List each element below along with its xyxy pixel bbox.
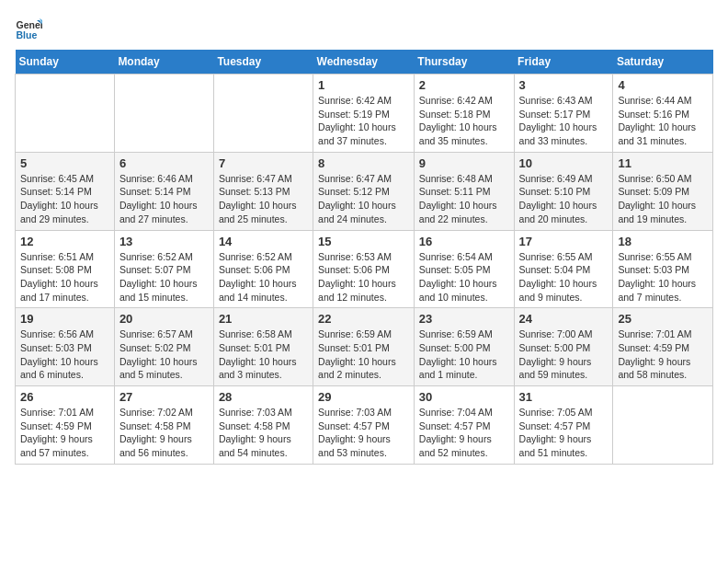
day-number: 28 — [219, 390, 308, 404]
day-info: Sunrise: 6:53 AM Sunset: 5:06 PM Dayligh… — [318, 250, 409, 304]
day-cell: 14Sunrise: 6:52 AM Sunset: 5:06 PM Dayli… — [213, 230, 313, 308]
page-header: General Blue — [15, 15, 713, 42]
day-number: 21 — [219, 312, 308, 326]
day-cell: 19Sunrise: 6:56 AM Sunset: 5:03 PM Dayli… — [16, 308, 115, 386]
day-cell: 31Sunrise: 7:05 AM Sunset: 4:57 PM Dayli… — [514, 386, 613, 465]
day-cell: 8Sunrise: 6:47 AM Sunset: 5:12 PM Daylig… — [313, 152, 415, 230]
day-info: Sunrise: 6:59 AM Sunset: 5:00 PM Dayligh… — [419, 327, 509, 382]
day-info: Sunrise: 6:48 AM Sunset: 5:11 PM Dayligh… — [419, 172, 509, 226]
day-cell: 4Sunrise: 6:44 AM Sunset: 5:16 PM Daylig… — [613, 75, 713, 153]
day-info: Sunrise: 6:47 AM Sunset: 5:12 PM Dayligh… — [318, 172, 409, 226]
day-number: 25 — [618, 312, 708, 326]
day-number: 26 — [20, 390, 109, 404]
day-cell: 1Sunrise: 6:42 AM Sunset: 5:19 PM Daylig… — [313, 75, 415, 153]
day-number: 13 — [119, 235, 209, 248]
day-number: 20 — [119, 312, 209, 326]
day-number: 19 — [20, 312, 109, 326]
day-number: 29 — [318, 390, 409, 404]
day-info: Sunrise: 6:50 AM Sunset: 5:09 PM Dayligh… — [618, 172, 708, 226]
day-cell: 26Sunrise: 7:01 AM Sunset: 4:59 PM Dayli… — [16, 386, 115, 465]
day-cell: 16Sunrise: 6:54 AM Sunset: 5:05 PM Dayli… — [414, 230, 514, 308]
day-info: Sunrise: 6:51 AM Sunset: 5:08 PM Dayligh… — [20, 250, 109, 304]
weekday-header-saturday: Saturday — [613, 50, 713, 75]
day-number: 5 — [20, 156, 109, 170]
svg-text:Blue: Blue — [17, 29, 38, 40]
day-info: Sunrise: 6:57 AM Sunset: 5:02 PM Dayligh… — [119, 327, 209, 382]
day-number: 31 — [519, 390, 609, 404]
day-cell: 13Sunrise: 6:52 AM Sunset: 5:07 PM Dayli… — [114, 230, 213, 308]
day-number: 12 — [20, 235, 109, 248]
day-info: Sunrise: 6:44 AM Sunset: 5:16 PM Dayligh… — [618, 94, 708, 148]
day-number: 27 — [119, 390, 209, 404]
day-cell: 7Sunrise: 6:47 AM Sunset: 5:13 PM Daylig… — [213, 152, 313, 230]
day-number: 9 — [419, 156, 509, 170]
day-cell — [613, 386, 713, 465]
day-number: 4 — [618, 78, 708, 92]
day-cell: 25Sunrise: 7:01 AM Sunset: 4:59 PM Dayli… — [613, 308, 713, 386]
day-info: Sunrise: 7:02 AM Sunset: 4:58 PM Dayligh… — [119, 406, 209, 460]
day-info: Sunrise: 7:03 AM Sunset: 4:57 PM Dayligh… — [318, 406, 409, 460]
day-info: Sunrise: 6:55 AM Sunset: 5:04 PM Dayligh… — [519, 250, 609, 304]
day-cell — [114, 75, 213, 153]
day-info: Sunrise: 6:46 AM Sunset: 5:14 PM Dayligh… — [119, 172, 209, 226]
day-number: 18 — [618, 235, 708, 248]
day-info: Sunrise: 6:56 AM Sunset: 5:03 PM Dayligh… — [20, 327, 109, 382]
day-cell: 2Sunrise: 6:42 AM Sunset: 5:18 PM Daylig… — [414, 75, 514, 153]
day-info: Sunrise: 7:04 AM Sunset: 4:57 PM Dayligh… — [419, 406, 509, 460]
day-number: 6 — [119, 156, 209, 170]
day-cell: 28Sunrise: 7:03 AM Sunset: 4:58 PM Dayli… — [213, 386, 313, 465]
day-info: Sunrise: 6:58 AM Sunset: 5:01 PM Dayligh… — [219, 327, 308, 382]
weekday-header-tuesday: Tuesday — [213, 50, 313, 75]
weekday-header-friday: Friday — [514, 50, 613, 75]
week-row-2: 5Sunrise: 6:45 AM Sunset: 5:14 PM Daylig… — [16, 152, 713, 230]
day-cell: 11Sunrise: 6:50 AM Sunset: 5:09 PM Dayli… — [613, 152, 713, 230]
day-cell: 24Sunrise: 7:00 AM Sunset: 5:00 PM Dayli… — [514, 308, 613, 386]
week-row-3: 12Sunrise: 6:51 AM Sunset: 5:08 PM Dayli… — [16, 230, 713, 308]
day-info: Sunrise: 6:42 AM Sunset: 5:19 PM Dayligh… — [318, 94, 409, 148]
day-info: Sunrise: 6:52 AM Sunset: 5:07 PM Dayligh… — [119, 250, 209, 304]
day-info: Sunrise: 7:01 AM Sunset: 4:59 PM Dayligh… — [618, 327, 708, 382]
day-number: 3 — [519, 78, 609, 92]
day-info: Sunrise: 6:59 AM Sunset: 5:01 PM Dayligh… — [318, 327, 409, 382]
day-info: Sunrise: 7:01 AM Sunset: 4:59 PM Dayligh… — [20, 406, 109, 460]
day-info: Sunrise: 6:42 AM Sunset: 5:18 PM Dayligh… — [419, 94, 509, 148]
day-number: 24 — [519, 312, 609, 326]
week-row-5: 26Sunrise: 7:01 AM Sunset: 4:59 PM Dayli… — [16, 386, 713, 465]
day-info: Sunrise: 7:05 AM Sunset: 4:57 PM Dayligh… — [519, 406, 609, 460]
day-cell: 6Sunrise: 6:46 AM Sunset: 5:14 PM Daylig… — [114, 152, 213, 230]
day-info: Sunrise: 6:47 AM Sunset: 5:13 PM Dayligh… — [219, 172, 308, 226]
weekday-header-monday: Monday — [114, 50, 213, 75]
logo-icon: General Blue — [15, 15, 42, 42]
calendar-table: SundayMondayTuesdayWednesdayThursdayFrid… — [15, 50, 713, 465]
weekday-header-sunday: Sunday — [16, 50, 115, 75]
day-number: 17 — [519, 235, 609, 248]
day-cell: 9Sunrise: 6:48 AM Sunset: 5:11 PM Daylig… — [414, 152, 514, 230]
logo: General Blue — [15, 15, 42, 42]
day-cell: 17Sunrise: 6:55 AM Sunset: 5:04 PM Dayli… — [514, 230, 613, 308]
day-number: 23 — [419, 312, 509, 326]
day-info: Sunrise: 7:00 AM Sunset: 5:00 PM Dayligh… — [519, 327, 609, 382]
day-cell — [16, 75, 115, 153]
weekday-header-thursday: Thursday — [414, 50, 514, 75]
day-info: Sunrise: 7:03 AM Sunset: 4:58 PM Dayligh… — [219, 406, 308, 460]
weekday-header-row: SundayMondayTuesdayWednesdayThursdayFrid… — [16, 50, 713, 75]
day-info: Sunrise: 6:49 AM Sunset: 5:10 PM Dayligh… — [519, 172, 609, 226]
weekday-header-wednesday: Wednesday — [313, 50, 415, 75]
week-row-1: 1Sunrise: 6:42 AM Sunset: 5:19 PM Daylig… — [16, 75, 713, 153]
day-info: Sunrise: 6:54 AM Sunset: 5:05 PM Dayligh… — [419, 250, 509, 304]
day-number: 22 — [318, 312, 409, 326]
day-cell: 29Sunrise: 7:03 AM Sunset: 4:57 PM Dayli… — [313, 386, 415, 465]
day-info: Sunrise: 6:55 AM Sunset: 5:03 PM Dayligh… — [618, 250, 708, 304]
day-cell: 30Sunrise: 7:04 AM Sunset: 4:57 PM Dayli… — [414, 386, 514, 465]
day-number: 2 — [419, 78, 509, 92]
day-number: 30 — [419, 390, 509, 404]
day-cell: 5Sunrise: 6:45 AM Sunset: 5:14 PM Daylig… — [16, 152, 115, 230]
day-cell: 22Sunrise: 6:59 AM Sunset: 5:01 PM Dayli… — [313, 308, 415, 386]
day-number: 7 — [219, 156, 308, 170]
day-cell: 21Sunrise: 6:58 AM Sunset: 5:01 PM Dayli… — [213, 308, 313, 386]
day-number: 11 — [618, 156, 708, 170]
day-cell — [213, 75, 313, 153]
day-cell: 15Sunrise: 6:53 AM Sunset: 5:06 PM Dayli… — [313, 230, 415, 308]
day-info: Sunrise: 6:43 AM Sunset: 5:17 PM Dayligh… — [519, 94, 609, 148]
day-cell: 20Sunrise: 6:57 AM Sunset: 5:02 PM Dayli… — [114, 308, 213, 386]
